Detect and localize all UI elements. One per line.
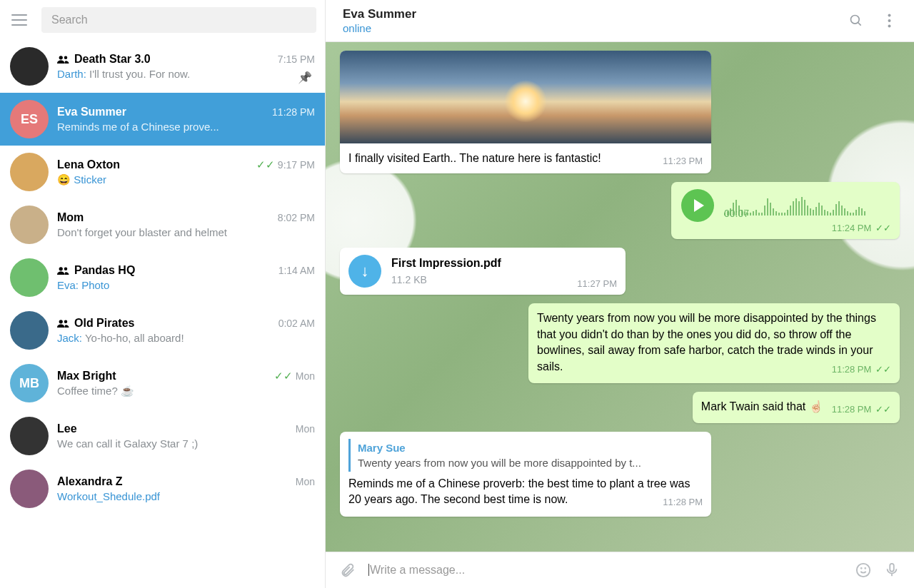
emoji-icon[interactable] bbox=[855, 562, 871, 578]
svg-rect-14 bbox=[890, 564, 894, 572]
message-time: 11:24 PM ✓✓ bbox=[832, 222, 891, 235]
avatar bbox=[10, 206, 49, 244]
svg-point-4 bbox=[59, 320, 63, 323]
chat-item[interactable]: LeeMonWe can call it Galaxy Star 7 ;) bbox=[0, 410, 325, 462]
chat-item[interactable]: ESEva Summer11:28 PMReminds me of a Chin… bbox=[0, 93, 325, 146]
svg-point-11 bbox=[857, 564, 870, 577]
message-body: Reminds me of a Chinese proverb: the bes… bbox=[348, 477, 690, 505]
message-input[interactable]: Write a message... bbox=[368, 564, 843, 577]
chat-preview: Jack: Yo-ho-ho, all aboard! bbox=[57, 332, 315, 344]
avatar bbox=[10, 153, 49, 191]
message-voice[interactable]: 00:07 11:24 PM ✓✓ bbox=[340, 182, 900, 239]
file-size: 11.2 KB bbox=[391, 273, 501, 288]
chat-time: Mon bbox=[296, 423, 315, 435]
message-text[interactable]: Twenty years from now you will be more d… bbox=[340, 303, 900, 382]
read-ticks-icon: ✓✓ bbox=[274, 370, 293, 382]
header-info[interactable]: Eva Summer online bbox=[343, 7, 848, 34]
chat-item[interactable]: Alexandra ZMonWorkout_Shedule.pdf bbox=[0, 462, 325, 515]
reply-preview: Twenty years from now you will be more d… bbox=[358, 455, 686, 470]
message-time: 11:23 PM bbox=[663, 155, 703, 168]
search-input[interactable]: Search bbox=[41, 7, 316, 33]
chat-time: Mon bbox=[296, 476, 315, 487]
chat-preview: Darth: I'll trust you. For now. bbox=[57, 68, 315, 80]
chat-name: Death Star 3.0 bbox=[57, 53, 151, 66]
microphone-icon[interactable] bbox=[884, 562, 900, 578]
chat-time: ✓✓Mon bbox=[274, 370, 315, 382]
avatar bbox=[10, 417, 49, 455]
chat-preview: Don't forget your blaster and helmet bbox=[57, 226, 315, 238]
chat-name: Old Pirates bbox=[57, 317, 134, 330]
message-reply[interactable]: Mary Sue Twenty years from now you will … bbox=[340, 432, 900, 517]
download-icon[interactable]: ↓ bbox=[348, 255, 381, 288]
messages-area[interactable]: I finally visited Earth.. The nature her… bbox=[326, 42, 914, 552]
reply-quote[interactable]: Mary Sue Twenty years from now you will … bbox=[348, 439, 703, 472]
reply-sender: Mary Sue bbox=[358, 440, 703, 455]
message-body: Twenty years from now you will be more d… bbox=[537, 312, 876, 372]
sidebar-header: Search bbox=[0, 0, 325, 40]
chat-name: Mom bbox=[57, 211, 84, 224]
composer: Write a message... bbox=[326, 552, 914, 588]
message-time: 11:28 PM bbox=[663, 496, 703, 509]
play-icon[interactable] bbox=[681, 189, 714, 222]
svg-line-7 bbox=[858, 23, 861, 26]
chat-item[interactable]: Death Star 3.07:15 PMDarth: I'll trust y… bbox=[0, 40, 325, 93]
chat-time: 11:28 PM bbox=[272, 106, 315, 118]
svg-point-8 bbox=[888, 14, 890, 17]
svg-point-3 bbox=[64, 268, 68, 271]
read-ticks-icon: ✓✓ bbox=[875, 223, 891, 233]
read-ticks-icon: ✓✓ bbox=[256, 158, 275, 171]
read-ticks-icon: ✓✓ bbox=[875, 364, 891, 375]
message-time: 11:28 PM ✓✓ bbox=[832, 363, 891, 376]
pin-icon: 📌 bbox=[298, 71, 312, 84]
chat-item[interactable]: Pandas HQ1:14 AMEva: Photo bbox=[0, 251, 325, 304]
photo-attachment bbox=[340, 51, 711, 143]
avatar bbox=[10, 258, 49, 297]
svg-point-12 bbox=[861, 568, 862, 569]
message-text[interactable]: Mark Twain said that ☝🏻 11:28 PM ✓✓ bbox=[340, 392, 900, 423]
svg-point-13 bbox=[865, 568, 865, 569]
svg-point-5 bbox=[64, 320, 68, 324]
avatar: MB bbox=[10, 364, 49, 402]
chat-status: online bbox=[343, 22, 848, 34]
chat-preview: We can call it Galaxy Star 7 ;) bbox=[57, 437, 315, 450]
message-time: 11:27 PM bbox=[577, 278, 617, 290]
svg-point-6 bbox=[851, 16, 860, 24]
sidebar: Search Death Star 3.07:15 PMDarth: I'll … bbox=[0, 0, 326, 588]
chat-item[interactable]: Old Pirates0:02 AMJack: Yo-ho-ho, all ab… bbox=[0, 304, 325, 357]
search-icon[interactable] bbox=[848, 13, 864, 29]
chat-title: Eva Summer bbox=[343, 7, 848, 21]
chat-name: Eva Summer bbox=[57, 106, 126, 118]
chat-name: Alexandra Z bbox=[57, 475, 123, 488]
attach-icon[interactable] bbox=[340, 562, 356, 578]
avatar bbox=[10, 470, 49, 508]
voice-duration: 00:07 bbox=[724, 207, 749, 221]
chat-panel: Eva Summer online I finally visite bbox=[326, 0, 914, 588]
svg-point-0 bbox=[59, 56, 63, 59]
chat-item[interactable]: Lena Oxton✓✓9:17 PM😄 Sticker bbox=[0, 146, 325, 198]
chat-preview: Workout_Shedule.pdf bbox=[57, 490, 315, 502]
chat-name: Pandas HQ bbox=[57, 264, 135, 277]
chat-time: ✓✓9:17 PM bbox=[256, 158, 315, 171]
more-icon[interactable] bbox=[881, 13, 897, 29]
chat-name: Lena Oxton bbox=[57, 158, 120, 171]
message-time: 11:28 PM ✓✓ bbox=[832, 403, 891, 416]
svg-point-10 bbox=[888, 25, 890, 28]
svg-point-9 bbox=[888, 19, 890, 22]
avatar bbox=[10, 311, 49, 350]
chat-item[interactable]: Mom8:02 PMDon't forget your blaster and … bbox=[0, 198, 325, 251]
message-photo[interactable]: I finally visited Earth.. The nature her… bbox=[340, 51, 900, 173]
chat-name: Max Bright bbox=[57, 370, 116, 382]
chat-header: Eva Summer online bbox=[326, 0, 914, 42]
avatar: ES bbox=[10, 100, 49, 138]
chat-time: 8:02 PM bbox=[278, 212, 315, 223]
chat-time: 1:14 AM bbox=[278, 265, 315, 276]
menu-icon[interactable] bbox=[9, 10, 29, 30]
svg-point-1 bbox=[64, 56, 68, 60]
message-file[interactable]: ↓ First Impression.pdf 11.2 KB 11:27 PM bbox=[340, 248, 900, 295]
chat-item[interactable]: MBMax Bright✓✓MonCoffee time? ☕ bbox=[0, 357, 325, 410]
chat-time: 7:15 PM bbox=[278, 54, 315, 65]
chat-list[interactable]: Death Star 3.07:15 PMDarth: I'll trust y… bbox=[0, 40, 325, 588]
chat-time: 0:02 AM bbox=[278, 318, 315, 329]
chat-name: Lee bbox=[57, 422, 77, 435]
svg-point-2 bbox=[59, 267, 63, 270]
